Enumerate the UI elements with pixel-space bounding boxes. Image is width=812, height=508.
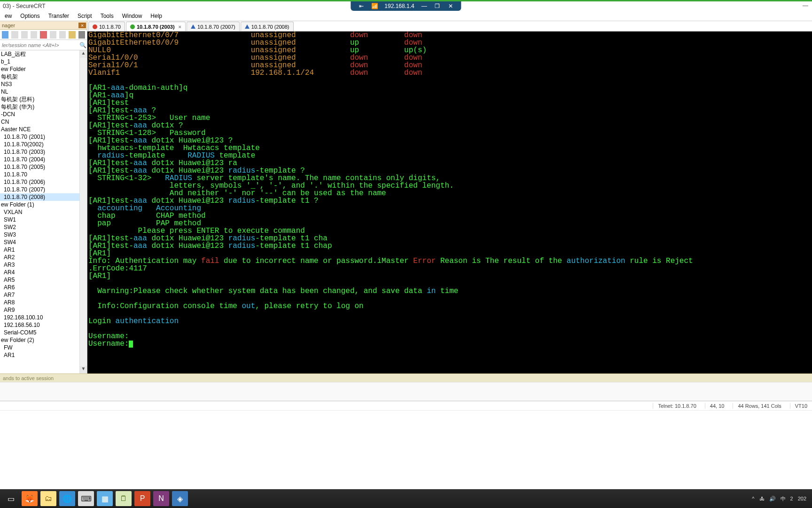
svg-rect-5 xyxy=(50,31,56,39)
tree-item[interactable]: AR7 xyxy=(0,291,87,299)
paste-icon[interactable] xyxy=(31,31,37,39)
session-tab[interactable]: 10.1.8.70 (2008) xyxy=(241,22,294,31)
close-remote-icon[interactable]: ✕ xyxy=(447,3,454,9)
status-cursor-pos: 44, 10 xyxy=(705,403,725,409)
tree-item[interactable]: AR9 xyxy=(0,306,87,314)
tree-item[interactable]: b_1 xyxy=(0,58,87,65)
tree-item[interactable]: AR8 xyxy=(0,299,87,306)
tree-item[interactable]: -DCN xyxy=(0,111,87,118)
tray-time: 2 xyxy=(790,496,793,501)
tray-chevron-icon[interactable]: ^ xyxy=(752,496,754,501)
menu-script[interactable]: Script xyxy=(74,12,96,20)
task-view-icon[interactable]: ▭ xyxy=(3,491,19,506)
search-icon[interactable]: 🔍 xyxy=(78,42,87,48)
menu-options[interactable]: Options xyxy=(16,12,43,20)
tree-item[interactable]: Serial-COM5 xyxy=(0,329,87,336)
menu-help[interactable]: Help xyxy=(147,12,166,20)
minimize-icon[interactable]: — xyxy=(803,2,808,9)
tree-item[interactable]: SW4 xyxy=(0,238,87,246)
scroll-up-icon[interactable]: ▲ xyxy=(80,50,87,58)
max-remote-icon[interactable]: ❐ xyxy=(434,3,441,9)
tray-volume-icon[interactable]: 🔊 xyxy=(769,496,776,502)
tree-item[interactable]: VXLAN xyxy=(0,208,87,216)
onenote-icon[interactable]: N xyxy=(153,491,169,506)
close-panel-icon[interactable]: × xyxy=(78,23,86,28)
file-explorer-icon[interactable]: 🗂 xyxy=(40,491,56,506)
tree-item[interactable]: NL xyxy=(0,88,87,95)
properties-icon[interactable] xyxy=(59,31,66,39)
pin-icon[interactable]: ⇤ xyxy=(358,3,365,9)
tree-item[interactable]: Aaster NCE xyxy=(0,126,87,133)
copy-icon[interactable] xyxy=(21,31,28,39)
app-icon-2[interactable]: ◈ xyxy=(172,491,188,506)
globe-icon[interactable]: 🌐 xyxy=(59,491,75,506)
menu-transfer[interactable]: Transfer xyxy=(45,12,73,20)
status-dot-icon xyxy=(93,24,97,29)
tree-item[interactable]: ew Folder (2) xyxy=(0,336,87,344)
tray-ime-icon[interactable]: 中 xyxy=(781,495,786,502)
tree-item[interactable]: 10.1.8.70 xyxy=(0,171,87,178)
command-window[interactable]: ands to active session xyxy=(0,373,812,382)
tree-item[interactable]: FW xyxy=(0,344,87,351)
menu-window[interactable]: Window xyxy=(118,12,146,20)
tree-item[interactable]: 10.1.8.70 (2004) xyxy=(0,156,87,163)
tray-network-icon[interactable]: 🖧 xyxy=(759,496,765,501)
tree-item[interactable]: 10.1.8.70(2002) xyxy=(0,141,87,148)
tree-item[interactable]: 10.1.8.70 (2008) xyxy=(0,193,87,201)
tree-item[interactable]: AR4 xyxy=(0,269,87,276)
session-filter-input[interactable] xyxy=(0,41,78,49)
session-tab[interactable]: 10.1.8.70 (2003)× xyxy=(126,22,186,31)
settings-icon[interactable] xyxy=(78,31,85,39)
securecrt-icon[interactable]: ⌨ xyxy=(78,491,94,506)
tree-item[interactable]: SW2 xyxy=(0,223,87,231)
tree-item[interactable]: AR1 xyxy=(0,351,87,359)
close-tab-icon[interactable]: × xyxy=(179,24,181,30)
tree-item[interactable]: 10.1.8.70 (2006) xyxy=(0,178,87,186)
tree-item[interactable]: AR1 xyxy=(0,246,87,254)
tree-item[interactable]: LAB_远程 xyxy=(0,50,87,58)
menu-view[interactable]: ew xyxy=(1,12,16,20)
terminal[interactable]: GigabitEthernet0/0/7 unassigned down dow… xyxy=(87,32,812,373)
new-session-icon[interactable] xyxy=(50,31,56,39)
tree-item[interactable]: 10.1.8.70 (2007) xyxy=(0,186,87,193)
menu-tools[interactable]: Tools xyxy=(97,12,117,20)
tree-scrollbar[interactable]: ▲ ▼ xyxy=(79,50,87,373)
powerpoint-icon[interactable]: P xyxy=(134,491,150,506)
tree-item[interactable]: 10.1.8.70 (2001) xyxy=(0,133,87,141)
tree-item[interactable]: 每机架 (思科) xyxy=(0,95,87,103)
cut-icon[interactable] xyxy=(11,31,18,39)
tree-item[interactable]: 10.1.8.70 (2003) xyxy=(0,148,87,156)
tree-item[interactable]: 每机架 (华为) xyxy=(0,103,87,111)
firefox-icon[interactable]: 🦊 xyxy=(22,491,38,506)
tree-item[interactable]: 10.1.8.70 (2005) xyxy=(0,163,87,171)
window-title: 03) - SecureCRT xyxy=(0,3,45,9)
panel-header: nager × xyxy=(0,21,87,30)
notepad-icon[interactable]: 🗒 xyxy=(116,491,132,506)
connect-icon[interactable] xyxy=(2,31,8,39)
tree-item[interactable]: 192.168.100.10 xyxy=(0,314,87,321)
tree-item[interactable]: 每机架 xyxy=(0,73,87,80)
tree-item[interactable]: AR5 xyxy=(0,276,87,284)
min-remote-icon[interactable]: — xyxy=(421,3,428,9)
tree-item[interactable]: 192.168.56.10 xyxy=(0,321,87,329)
delete-icon[interactable] xyxy=(40,31,47,39)
tree-item[interactable]: AR3 xyxy=(0,261,87,269)
warning-icon xyxy=(191,24,195,29)
folder-icon[interactable] xyxy=(69,31,75,39)
system-tray[interactable]: ^ 🖧 🔊 中 2 202 xyxy=(752,495,809,502)
tree-item[interactable]: AR2 xyxy=(0,254,87,261)
tree-item[interactable]: ew Folder xyxy=(0,65,87,73)
tree-item[interactable]: SW1 xyxy=(0,216,87,223)
scroll-down-icon[interactable]: ▼ xyxy=(80,366,87,373)
tree-item[interactable]: AR6 xyxy=(0,284,87,291)
tree-item[interactable]: ew Folder (1) xyxy=(0,201,87,208)
session-tree[interactable]: ▲ ▼ LAB_远程b_1ew Folder每机架NS3NL每机架 (思科)每机… xyxy=(0,50,87,373)
app-icon-1[interactable]: ▦ xyxy=(97,491,113,506)
session-tab[interactable]: 10.1.8.70 xyxy=(88,22,125,31)
svg-rect-7 xyxy=(69,31,75,39)
session-tab[interactable]: 10.1.8.70 (2007) xyxy=(187,22,240,31)
tree-item[interactable]: CN xyxy=(0,118,87,126)
tree-item[interactable]: NS3 xyxy=(0,80,87,88)
status-bar: Telnet: 10.1.8.70 44, 10 44 Rows, 141 Co… xyxy=(0,401,812,410)
tree-item[interactable]: SW3 xyxy=(0,231,87,238)
